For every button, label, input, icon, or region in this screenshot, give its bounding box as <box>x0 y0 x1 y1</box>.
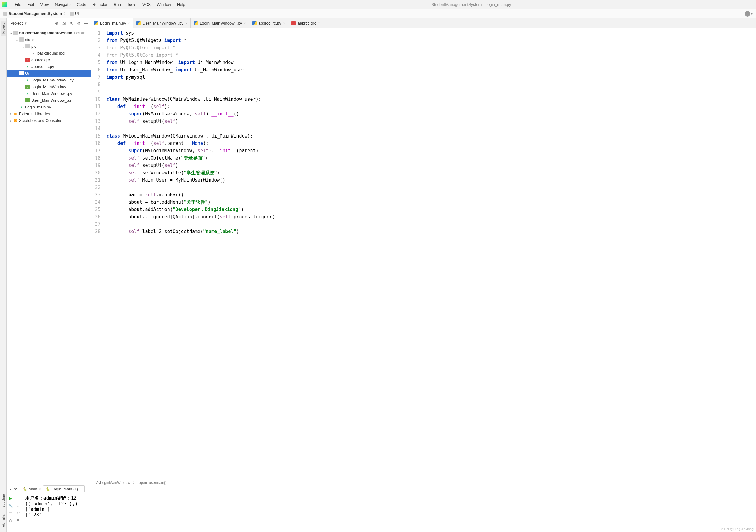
avatar-dropdown-icon[interactable]: ▾ <box>751 11 753 16</box>
code-line[interactable]: self.setWindowTitle("学生管理系统") <box>106 169 756 176</box>
rerun-icon[interactable]: ▶ <box>8 495 14 501</box>
menu-refactor[interactable]: Refactor <box>90 2 111 7</box>
chevron-down-icon[interactable]: ⌄ <box>15 71 19 76</box>
code-line[interactable]: about = bar.addMenu("关于软件") <box>106 199 756 206</box>
line-number[interactable]: 19 <box>91 162 100 169</box>
tree-item[interactable]: ›⊞Scratches and Consoles <box>7 117 91 124</box>
tree-item[interactable]: ⌄static <box>7 36 91 43</box>
code-line[interactable]: self.Main_User = MyMainUserWindow() <box>106 176 756 184</box>
code-line[interactable]: self.setObjectName("登录界面") <box>106 154 756 162</box>
scroll-icon[interactable]: ≡ <box>15 517 21 523</box>
editor-crumb-class[interactable]: MyLoginMainWindow <box>95 481 130 485</box>
user-avatar-icon[interactable] <box>745 11 750 16</box>
print-icon[interactable]: ⎙ <box>8 517 14 523</box>
close-icon[interactable]: × <box>318 21 320 25</box>
code-line[interactable]: from Ui.User_MainWindow_ import Ui_MainW… <box>106 66 756 73</box>
line-number[interactable]: 11 <box>91 103 100 110</box>
locate-icon[interactable]: ⊕ <box>54 20 59 26</box>
code-line[interactable]: from PyQt5.QtCore import * <box>106 51 756 59</box>
code-line[interactable] <box>106 81 756 88</box>
code-line[interactable]: def __init__(self,parent = None): <box>106 140 756 147</box>
expand-all-icon[interactable]: ⇱ <box>68 20 74 26</box>
editor-crumb-method[interactable]: open_usermain() <box>139 481 167 485</box>
menu-view[interactable]: View <box>37 2 52 7</box>
tree-item[interactable]: ⌄StudentManagementSystemD:\Din <box>7 29 91 36</box>
line-number[interactable]: 21 <box>91 176 100 184</box>
line-number[interactable]: 6 <box>91 66 100 73</box>
menu-vcs[interactable]: VCS <box>139 2 154 7</box>
line-number[interactable]: 4 <box>91 51 100 59</box>
line-number[interactable]: 25 <box>91 206 100 213</box>
code-line[interactable]: import pymysql <box>106 73 756 81</box>
down-icon[interactable]: ↓ <box>15 503 21 509</box>
soft-wrap-icon[interactable]: ↩ <box>15 510 21 516</box>
chevron-down-icon[interactable]: ⌄ <box>21 44 25 49</box>
line-number[interactable]: 17 <box>91 147 100 154</box>
code-line[interactable]: about.triggered[QAction].connect(self.pr… <box>106 213 756 221</box>
tree-item[interactable]: ▫background.jpg <box>7 50 91 56</box>
code-line[interactable]: self.setupUi(self) <box>106 162 756 169</box>
editor-code[interactable]: import sysfrom PyQt5.QtWidgets import *f… <box>104 28 756 479</box>
code-line[interactable]: bar = self.menuBar() <box>106 191 756 199</box>
code-line[interactable]: from PyQt5.QtGui import * <box>106 44 756 51</box>
code-line[interactable]: import sys <box>106 29 756 37</box>
code-line[interactable] <box>106 125 756 132</box>
line-number[interactable]: 20 <box>91 169 100 176</box>
menu-navigate[interactable]: Navigate <box>52 2 73 7</box>
line-number[interactable]: 2 <box>91 37 100 44</box>
code-line[interactable] <box>106 88 756 95</box>
menu-edit[interactable]: Edit <box>24 2 37 7</box>
menu-help[interactable]: Help <box>174 2 188 7</box>
line-number[interactable]: 23 <box>91 191 100 199</box>
breadcrumb-leaf[interactable]: Ui <box>75 11 79 16</box>
chevron-right-icon[interactable]: › <box>9 118 13 123</box>
tree-item[interactable]: ⌄Ui <box>7 70 91 77</box>
editor-tab[interactable]: apprcc.qrc× <box>288 18 323 28</box>
stop-icon[interactable]: 🔧 <box>8 503 14 509</box>
tree-item[interactable]: ●Login_MainWindow_.py <box>7 77 91 83</box>
line-number[interactable]: 12 <box>91 110 100 118</box>
line-number[interactable]: 15 <box>91 132 100 140</box>
line-number[interactable]: 10 <box>91 95 100 103</box>
line-number[interactable]: 18 <box>91 154 100 162</box>
tree-item[interactable]: ●apprcc_rc.py <box>7 63 91 70</box>
code-line[interactable]: super(MyLoginMainWindow, self).__init__(… <box>106 147 756 154</box>
line-number[interactable]: 5 <box>91 59 100 66</box>
menu-window[interactable]: Window <box>154 2 174 7</box>
menu-tools[interactable]: Tools <box>124 2 139 7</box>
bookmarks-tool-button[interactable]: okmarks <box>1 512 6 529</box>
line-number[interactable]: 22 <box>91 184 100 191</box>
run-output[interactable]: 用户名：admin密码：12(('admin', '123'),)['admin… <box>22 493 756 532</box>
close-icon[interactable]: × <box>39 487 41 491</box>
chevron-down-icon[interactable]: ⌄ <box>9 31 13 35</box>
code-line[interactable]: def __init__(self): <box>106 103 756 110</box>
line-number[interactable]: 24 <box>91 199 100 206</box>
settings-icon[interactable]: ⚙ <box>76 20 81 26</box>
line-number[interactable]: 26 <box>91 213 100 221</box>
code-editor[interactable]: 1234567891011121314151617181920212223242… <box>91 28 756 479</box>
close-icon[interactable]: × <box>79 487 82 491</box>
editor-gutter[interactable]: 1234567891011121314151617181920212223242… <box>91 28 104 479</box>
code-line[interactable]: about.addAction("Developer：DingJiaxiong"… <box>106 206 756 213</box>
editor-tab[interactable]: User_MainWindow_.py× <box>133 18 191 28</box>
collapse-all-icon[interactable]: ⇲ <box>61 20 67 26</box>
code-line[interactable]: from PyQt5.QtWidgets import * <box>106 37 756 44</box>
line-number[interactable]: 28 <box>91 228 100 235</box>
project-view-dropdown-icon[interactable]: ▾ <box>24 21 27 25</box>
editor-tab[interactable]: apprcc_rc.py× <box>249 18 288 28</box>
tree-item[interactable]: ●User_MainWindow_.py <box>7 90 91 97</box>
line-number[interactable]: 8 <box>91 81 100 88</box>
code-line[interactable]: super(MyMainUserWindow, self).__init__() <box>106 110 756 118</box>
code-line[interactable]: self.label_2.setObjectName("name_label") <box>106 228 756 235</box>
close-icon[interactable]: × <box>244 21 246 25</box>
line-number[interactable]: 16 <box>91 140 100 147</box>
code-line[interactable]: self.setupUi(self) <box>106 118 756 125</box>
close-icon[interactable]: × <box>283 21 285 25</box>
close-icon[interactable]: × <box>185 21 187 25</box>
editor-tab[interactable]: Login_MainWindow_.py× <box>191 18 249 28</box>
project-tree[interactable]: ⌄StudentManagementSystemD:\Din⌄static⌄pi… <box>7 28 91 532</box>
tree-item[interactable]: rcapprcc.qrc <box>7 56 91 63</box>
code-line[interactable] <box>106 184 756 191</box>
line-number[interactable]: 14 <box>91 125 100 132</box>
code-line[interactable]: from Ui.Login_MainWindow_ import Ui_Main… <box>106 59 756 66</box>
